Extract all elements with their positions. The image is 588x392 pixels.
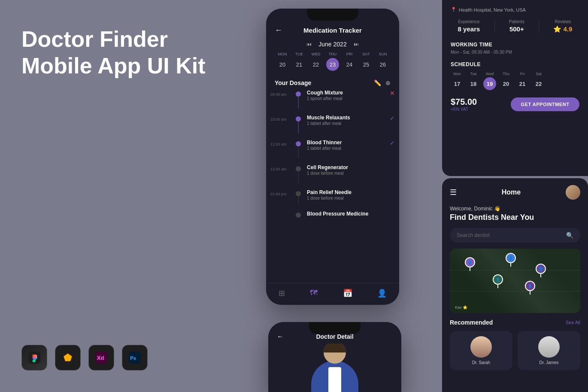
map-pin-3[interactable]: 👤 [536, 264, 546, 277]
see-all-button[interactable]: See All [566, 320, 580, 325]
xd-icon: Xd [88, 345, 114, 371]
med-item-cell-regen: 12:00 am Cell Regenerator 1 dose before … [270, 164, 395, 183]
week-days: Mon 20 Tue 21 Wed 22 Thu 23 Fri 24 [275, 52, 391, 71]
medication-tracker-phone: ← Medication Tracker ⏮ June 2022 ⏭ Mon 2… [266, 9, 399, 305]
doctor-stats: Experience 8 years Patients 500+ Reviews… [451, 19, 579, 33]
recommended-header: Recommended See All [450, 319, 580, 326]
doctor-image-area [268, 343, 401, 392]
get-appointment-button[interactable]: GET APPOINTMENT [511, 97, 579, 111]
back-arrow-icon[interactable]: ← [275, 26, 282, 35]
day-sat[interactable]: Sat 25 [358, 52, 374, 71]
nav-calendar-icon[interactable]: 📅 [343, 289, 352, 298]
stat-experience: Experience 8 years [458, 19, 480, 33]
med-item-pain-relief: 01:00 pm Pain Relief Needle 1 dose befor… [270, 189, 395, 205]
sched-sat[interactable]: Sat 22 [532, 72, 545, 90]
sched-wed-active[interactable]: Wed 19 [483, 72, 496, 90]
timeline-dot [296, 116, 301, 122]
dosage-header: Your Dosage ✏️ ⊕ [266, 74, 399, 90]
med-item-blood-thinner: 11:00 am Blood Thinner 1 tablet after me… [270, 140, 395, 158]
sketch-icon [55, 345, 81, 371]
location-text: Health Hospital, New York, USA [459, 7, 526, 12]
user-avatar[interactable] [566, 185, 580, 200]
month-nav: ⏮ June 2022 ⏭ [275, 41, 391, 48]
timeline-dot-inactive [296, 166, 301, 171]
home-top-bar: ☰ Home [450, 185, 580, 200]
map-label: Kav ⭐ [455, 305, 467, 310]
rec-doctor-card-1[interactable]: Dr. Sarah [450, 331, 512, 370]
recommended-doctors: Dr. Sarah Dr. James [450, 331, 580, 370]
day-thu-active[interactable]: Thu 23 [325, 52, 340, 71]
detail-header: ← Doctor Detail [268, 330, 401, 343]
day-mon[interactable]: Mon 20 [275, 52, 290, 71]
timeline-dot-inactive3 [296, 213, 301, 218]
prev-month-icon[interactable]: ⏮ [306, 41, 312, 47]
detail-title: Doctor Detail [316, 333, 353, 340]
remove-med-icon[interactable]: ✕ [390, 90, 395, 97]
nav-grid-icon[interactable]: ⊞ [279, 289, 285, 298]
svg-text:Ps: Ps [130, 355, 136, 361]
sched-tue[interactable]: Tue 18 [467, 72, 480, 90]
location-pin-icon: 📍 [451, 7, 457, 12]
day-fri[interactable]: Fri 24 [342, 52, 357, 71]
tool-icons-row: Xd Ps [21, 345, 148, 371]
day-tue[interactable]: Tue 21 [291, 52, 307, 71]
nav-profile-icon[interactable]: 👤 [377, 289, 387, 298]
map-pin-5[interactable]: 👤 [525, 281, 535, 295]
rec-doc-name-1: Dr. Sarah [472, 360, 490, 365]
find-title: Find Dentists Near You [450, 213, 580, 222]
map-pin-1[interactable]: 👤 [465, 257, 475, 271]
doctor-location: 📍 Health Hospital, New York, USA [451, 7, 579, 12]
stat-patients: Patients 500+ [509, 19, 524, 33]
rec-doc-avatar-1 [470, 336, 492, 358]
figma-icon [21, 345, 47, 371]
rec-doc-avatar-2 [538, 336, 560, 358]
appointment-section: $75.00 +5% VAT GET APPOINTMENT [451, 97, 579, 112]
dosage-action-icons: ✏️ ⊕ [374, 79, 391, 86]
home-screen-card: ☰ Home Welcome, Dominic 👋 Find Dentists … [442, 178, 588, 392]
day-sun[interactable]: Sun 26 [375, 52, 391, 71]
medication-timeline: 09:00 am Cough Mixture 1 spoon after mea… [266, 90, 399, 283]
rec-doc-name-2: Dr. James [539, 360, 558, 365]
price-area: $75.00 +5% VAT [451, 97, 477, 112]
timeline-dot [296, 91, 301, 97]
med-item-cough: 09:00 am Cough Mixture 1 spoon after mea… [270, 90, 395, 109]
timeline-dot [296, 141, 301, 146]
bottom-nav: ⊞ 🗺 📅 👤 [266, 283, 399, 305]
schedule-days: Mon 17 Tue 18 Wed 19 Thu 20 Fri 21 Sat 2… [451, 72, 579, 90]
map-area: 👤 👤 👤 👤 👤 Kav ⭐ [450, 249, 580, 313]
stat-divider2 [539, 19, 539, 33]
stat-reviews: Reviews ⭐ 4.9 [553, 19, 572, 33]
rec-doctor-card-2[interactable]: Dr. James [518, 331, 580, 370]
doctor-profile-card: 📍 Health Hospital, New York, USA Experie… [442, 0, 588, 176]
schedule-section: SCHEDULE Mon 17 Tue 18 Wed 19 Thu 20 Fri… [451, 61, 579, 90]
med-screen-title: Medication Tracker [303, 27, 362, 34]
stat-divider1 [494, 19, 495, 33]
ps-icon: Ps [122, 345, 148, 371]
done-med-icon[interactable]: ✓ [390, 115, 395, 122]
map-pin-2[interactable]: 👤 [506, 253, 516, 267]
map-pin-4[interactable]: 👤 [493, 274, 503, 288]
search-placeholder: Search dentist [457, 232, 490, 238]
edit-icon[interactable]: ✏️ [374, 79, 381, 86]
add-icon[interactable]: ⊕ [385, 79, 391, 86]
day-wed[interactable]: Wed 22 [308, 52, 324, 71]
svg-text:Xd: Xd [97, 355, 104, 361]
home-screen-title: Home [502, 188, 521, 196]
med-item-blood-pressure: Blood Pressure Medicine [270, 211, 395, 218]
sched-fri[interactable]: Fri 21 [516, 72, 529, 90]
recommended-title: Recommended [450, 319, 493, 326]
detail-back-arrow[interactable]: ← [277, 333, 284, 340]
med-calendar: ⏮ June 2022 ⏭ Mon 20 Tue 21 Wed 22 Th [266, 37, 399, 74]
done-med-icon2[interactable]: ✓ [390, 140, 395, 146]
hamburger-menu-icon[interactable]: ☰ [450, 188, 457, 197]
nav-map-icon[interactable]: 🗺 [310, 289, 318, 298]
hero-title: Doctor Finder Mobile App UI Kit [21, 26, 205, 79]
sched-mon[interactable]: Mon 17 [451, 72, 464, 90]
sched-thu[interactable]: Thu 20 [500, 72, 512, 90]
doctor-detail-phone: ← Doctor Detail [268, 322, 401, 392]
working-time-section: WORKING TIME Mon - Sat, 09:30 AM - 05:30… [451, 42, 579, 55]
search-bar[interactable]: Search dentist 🔍 [450, 228, 580, 243]
search-icon: 🔍 [566, 232, 573, 239]
dosage-title: Your Dosage [275, 79, 311, 86]
next-month-icon[interactable]: ⏭ [354, 41, 359, 47]
